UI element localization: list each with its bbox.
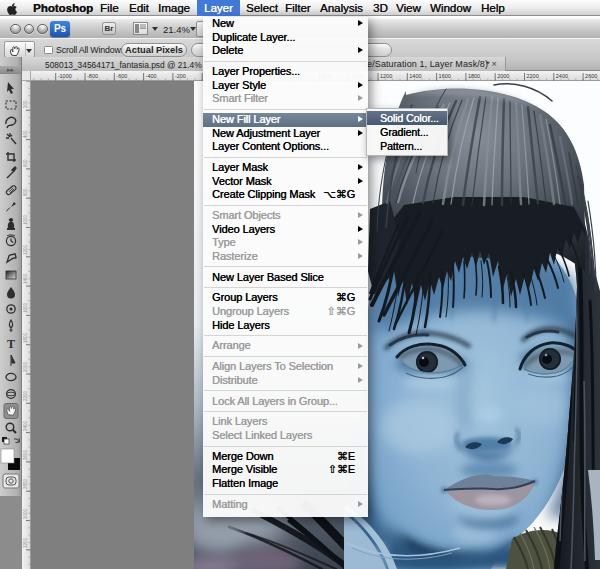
svg-text:1200: 1200 [380,73,392,79]
svg-text:-600: -600 [116,73,127,79]
svg-text:1600: 1600 [23,302,28,313]
svg-text:2600: 2600 [585,73,597,79]
svg-text:1800: 1800 [468,73,480,79]
svg-text:1400: 1400 [409,73,421,79]
svg-text:2600: 2600 [23,449,28,460]
svg-text:2200: 2200 [527,73,539,79]
svg-text:3200: 3200 [23,537,28,548]
svg-text:1200: 1200 [23,244,28,255]
svg-text:2400: 2400 [556,73,568,79]
svg-text:2200: 2200 [23,390,28,401]
svg-text:2800: 2800 [23,478,28,489]
svg-text:-1000: -1000 [58,73,72,79]
svg-text:3000: 3000 [23,508,28,519]
svg-text:1400: 1400 [23,273,28,284]
svg-text:200: 200 [23,100,28,108]
svg-text:2000: 2000 [23,361,28,372]
svg-text:-200: -200 [175,73,186,79]
svg-text:1000: 1000 [23,214,28,225]
svg-text:2000: 2000 [497,73,509,79]
svg-text:1600: 1600 [439,73,451,79]
svg-text:800: 800 [23,188,28,196]
svg-text:T: T [7,337,15,351]
svg-text:400: 400 [23,130,28,138]
svg-text:-800: -800 [87,73,98,79]
svg-text:1800: 1800 [23,332,28,343]
svg-text:-400: -400 [146,73,157,79]
svg-text:600: 600 [23,159,28,167]
svg-text:2400: 2400 [23,420,28,431]
